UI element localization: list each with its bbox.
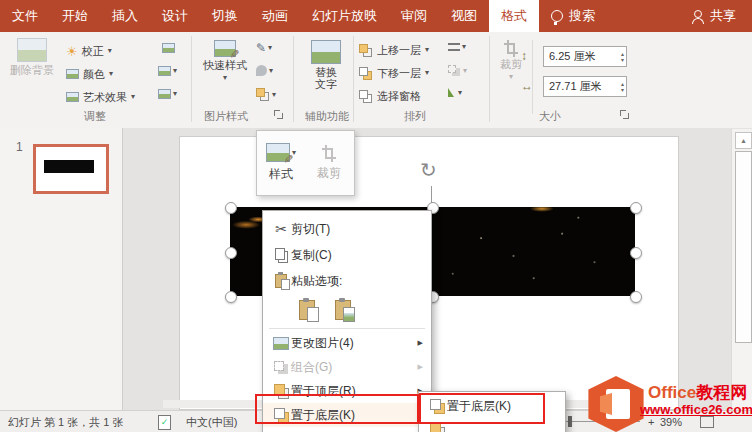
shape-height-icon: ↕ [521,49,527,63]
menu-item-cut[interactable]: ✂ 剪切(T) [263,216,431,242]
tab-animations[interactable]: 动画 [250,0,300,32]
menu-item-copy[interactable]: 复制(C) [263,242,431,268]
bring-forward-icon [359,44,368,53]
search-label: 搜索 [569,7,595,25]
dropdown-icon: ▾ [272,91,276,99]
group-separator [489,36,490,122]
selection-handle-bottom-left[interactable] [225,291,237,303]
bring-forward-button[interactable]: 上移一层 ▾ [359,41,429,59]
scroll-up-icon: ▲ [740,137,747,144]
menu-item-group[interactable]: 组合(G) ▶ [263,355,431,379]
slide-thumbnail[interactable] [33,144,109,194]
picture-layout-button[interactable]: ▾ [256,88,276,101]
styles-icon [266,143,290,162]
paste-as-picture-button[interactable] [329,295,357,325]
group-objects-button[interactable]: ▾ [448,65,467,76]
rotate-objects-icon [448,88,454,97]
selection-pane-button[interactable]: 选择窗格 [359,87,421,105]
crop-icon [503,40,519,56]
slide-thumbnail-panel: 1 [0,128,123,410]
paste-options-row [263,294,431,326]
dropdown-icon: ▾ [509,73,513,81]
share-button[interactable]: 共享 [676,0,752,32]
arrange-group-label: 排列 [385,109,445,124]
height-spinner[interactable]: ▴▾ [621,51,626,63]
menu-item-paste-options: 粘贴选项: [263,268,431,294]
rotate-handle-icon[interactable]: ↻ [420,158,437,182]
office-logo-icon [586,376,646,432]
dropdown-icon: ▾ [109,70,113,78]
picture-styles-dialog-launcher[interactable] [274,110,284,120]
compress-pictures-button[interactable] [162,43,175,53]
lightbulb-icon [551,10,563,22]
selection-handle-top-right[interactable] [630,202,642,214]
tab-design[interactable]: 设计 [150,0,200,32]
tab-insert[interactable]: 插入 [100,0,150,32]
corrections-icon: ☀ [66,45,78,58]
dropdown-icon: ▾ [173,67,177,75]
selection-handle-middle-left[interactable] [225,247,237,259]
submenu-arrow-icon: ▶ [418,339,423,347]
selection-handle-bottom-right[interactable] [630,291,642,303]
tab-format[interactable]: 格式 [489,0,539,32]
quick-styles-button[interactable]: 快速样式 ▾ [197,40,253,82]
tell-me-search[interactable]: 搜索 [539,0,607,32]
artistic-effects-button[interactable]: 艺术效果 ▾ [66,88,135,106]
remove-background-button[interactable]: 删除背景 [4,38,60,77]
alt-text-icon [311,40,341,64]
tab-slideshow[interactable]: 幻灯片放映 [300,0,389,32]
width-spinner[interactable]: ▴▾ [621,81,626,93]
dropdown-icon: ▾ [458,89,462,97]
shape-width-input[interactable]: 27.71 厘米 ▴▾ [543,76,627,97]
vertical-scrollbar-thumb[interactable] [735,151,752,343]
corrections-button[interactable]: ☀ 校正 ▾ [66,42,112,60]
selection-handle-middle-right[interactable] [630,247,642,259]
alt-text-button[interactable]: 替换 文字 [300,40,352,91]
annotation-box-submenu [419,393,545,424]
shape-height-input[interactable]: 6.25 厘米 ▴▾ [543,46,627,67]
tab-file[interactable]: 文件 [0,0,50,32]
change-picture-small-button[interactable]: ▾ [158,66,177,76]
adjust-group-label: 调整 [55,109,135,124]
picture-layout-icon [256,88,265,97]
paste-keep-formatting-button[interactable] [293,295,321,325]
selection-handle-top-left[interactable] [225,202,237,214]
tab-review[interactable]: 审阅 [389,0,439,32]
picture-styles-group-label: 图片样式 [191,109,261,124]
reset-picture-icon [158,89,171,99]
zoom-slider-thumb[interactable] [568,416,572,427]
accessibility-group-label: 辅助功能 [298,109,356,124]
paste-keep-formatting-icon [299,300,315,320]
align-button[interactable]: ▾ [448,43,466,51]
rotate-button[interactable]: ▾ [448,88,462,97]
ribbon: 删除背景 ☀ 校正 ▾ 颜色 ▾ 艺术效果 ▾ ▾ ▾ 调整 [0,32,752,129]
scroll-up-button[interactable]: ▲ [735,132,752,149]
reset-picture-button[interactable]: ▾ [158,89,177,99]
picture-border-button[interactable]: ✎ ▾ [256,42,272,54]
tab-transitions[interactable]: 切换 [200,0,250,32]
group-separator [353,36,354,122]
menu-item-change-picture[interactable]: 更改图片(4) ▶ [263,331,431,355]
tab-view[interactable]: 视图 [439,0,489,32]
size-dialog-launcher[interactable] [620,110,630,120]
tab-home[interactable]: 开始 [50,0,100,32]
ribbon-tab-bar: 文件 开始 插入 设计 切换 动画 幻灯片放映 审阅 视图 格式 搜索 共享 [0,0,752,32]
shape-width-icon: ↔ [521,79,533,93]
crop-mini-button[interactable]: 裁剪 [305,131,353,195]
dropdown-icon: ▾ [269,67,273,75]
color-button[interactable]: 颜色 ▾ [66,65,113,83]
language-indicator[interactable]: 中文(中国) [186,411,237,432]
styles-button[interactable]: ▾ 样式 [257,131,305,195]
thumbnail-picture [44,160,94,173]
send-backward-button[interactable]: 下移一层 ▾ [359,64,429,82]
vertical-scrollbar[interactable]: ▲ [731,129,752,410]
share-label: 共享 [710,7,736,25]
compress-pictures-icon [162,43,175,53]
menu-item-partial[interactable] [263,427,431,432]
size-group-label: 大小 [520,109,580,124]
annotation-box-menu [255,394,419,424]
menu-separator [269,328,425,329]
spell-check-icon[interactable]: ✓ [158,411,171,432]
picture-effects-button[interactable]: ▾ [256,65,273,76]
scissors-icon: ✂ [275,222,287,236]
